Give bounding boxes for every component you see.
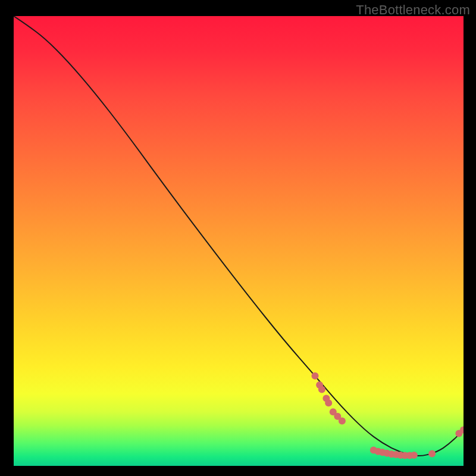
data-point: [318, 386, 325, 393]
bottleneck-curve: [14, 16, 464, 456]
data-point: [312, 372, 319, 380]
data-point: [339, 417, 346, 424]
plot-area: [14, 16, 464, 466]
data-point: [325, 399, 332, 406]
chart-frame: TheBottleneck.com: [0, 0, 476, 476]
plot-inner: [14, 16, 464, 466]
data-point: [411, 452, 418, 459]
data-point: [428, 450, 436, 458]
curve-layer: [14, 16, 464, 466]
watermark-text: TheBottleneck.com: [356, 2, 470, 18]
